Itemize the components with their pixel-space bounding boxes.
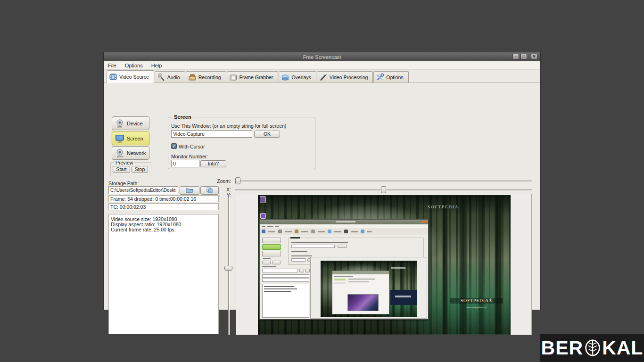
tab-audio[interactable]: Audio xyxy=(155,71,185,82)
zoom-slider-track[interactable] xyxy=(235,181,532,181)
use-this-window-label: Use This Window: (or an empty string for… xyxy=(171,123,286,129)
device-button-label: Device xyxy=(127,121,143,126)
network-camera-icon xyxy=(115,148,125,158)
folder-icon xyxy=(185,187,194,193)
nested-menu-bar xyxy=(260,224,428,228)
tools-icon xyxy=(376,73,384,82)
frame-status: Frame: 54 dropped: 0 time:00:00:02 16 xyxy=(108,195,219,202)
preview-panel: SOFTPEDIA xyxy=(236,194,532,335)
tab-options[interactable]: Options xyxy=(373,71,408,82)
minimize-button[interactable]: – xyxy=(512,54,519,59)
nested-title-bar xyxy=(260,220,428,224)
screen-button-label: Screen xyxy=(127,136,143,141)
menu-options[interactable]: Options xyxy=(121,61,147,69)
video-preview: SOFTPEDIA xyxy=(258,195,511,335)
second-nested-window xyxy=(332,271,389,314)
close-button[interactable]: ✕ xyxy=(531,54,537,59)
film-strip-icon xyxy=(109,73,117,81)
frame-icon xyxy=(229,73,238,82)
nested-window-controls xyxy=(421,221,427,223)
maximize-icon: □ xyxy=(523,54,525,58)
wallpaper-branding: SOFTPEDIA® www.softpedia.com xyxy=(450,298,503,309)
source-info-listbox: Video source size: 1920x1080 Display asp… xyxy=(108,214,219,334)
tree-trunk xyxy=(443,195,447,335)
window-title: Free Screencast xyxy=(303,54,341,60)
watermark-text-right: KAL xyxy=(602,337,643,359)
tab-content-video-source: Device Screen Network Preview Start Stop xyxy=(104,83,540,311)
tab-video-processing[interactable]: Video Processing xyxy=(317,71,373,82)
tab-label: Frame Grabber xyxy=(239,74,273,80)
wallpaper-softpedia-text: SOFTPEDIA xyxy=(428,205,459,209)
y-slider-thumb[interactable] xyxy=(224,266,232,271)
tab-video-source[interactable]: Video Source xyxy=(107,70,154,83)
window-title-input[interactable] xyxy=(171,130,252,138)
nested-video-preview xyxy=(321,261,417,317)
berokal-watermark: BER KAL xyxy=(540,334,644,362)
with-cursor-label: With Cursor xyxy=(179,144,205,149)
maximize-button[interactable]: □ xyxy=(520,54,527,59)
tab-label: Audio xyxy=(167,74,180,80)
window-controls: – □ ✕ xyxy=(511,54,537,59)
network-button[interactable]: Network xyxy=(112,146,149,160)
tab-label: Video Source xyxy=(119,74,149,80)
tab-frame-grabber[interactable]: Frame Grabber xyxy=(227,71,279,82)
storage-path-label: Storage Path: xyxy=(108,181,139,186)
monitor-number-label: Monitor Number: xyxy=(171,154,208,159)
recorder-icon xyxy=(188,73,197,82)
stop-button[interactable]: Stop xyxy=(132,166,148,173)
device-button[interactable]: Device xyxy=(112,116,149,130)
webcam-icon xyxy=(115,119,125,128)
watermark-text-left: BER xyxy=(541,337,584,359)
nested-preview-panel xyxy=(310,257,427,319)
browse-folder-button[interactable] xyxy=(180,186,199,195)
x-slider-thumb[interactable] xyxy=(381,186,386,193)
desktop-icon xyxy=(260,213,266,219)
screen-groupbox: Screen Use This Window: (or an empty str… xyxy=(168,117,315,169)
check-icon: ✓ xyxy=(172,144,176,149)
page-background: { "window": { "title": "Free Screencast"… xyxy=(0,0,644,362)
with-cursor-checkbox[interactable]: ✓ xyxy=(171,143,177,149)
leaf-logo-icon xyxy=(584,338,601,357)
nested-window-title xyxy=(336,221,355,222)
wallpaper-softpedia-logo-text: SOFTPEDIA® xyxy=(450,298,503,304)
zoom-slider-label: Zoom: xyxy=(212,178,231,184)
screen-button[interactable]: Screen xyxy=(112,132,149,145)
desktop-icon xyxy=(260,196,266,203)
ok-button[interactable]: OK xyxy=(254,131,280,138)
network-button-label: Network xyxy=(127,150,146,156)
menu-bar: File Options Help xyxy=(104,61,540,70)
title-bar: Free Screencast – □ ✕ xyxy=(104,52,540,61)
minimize-icon: – xyxy=(515,54,517,58)
start-button[interactable]: Start xyxy=(113,166,130,173)
screen-groupbox-title: Screen xyxy=(172,114,193,120)
menu-help[interactable]: Help xyxy=(147,61,166,69)
menu-file[interactable]: File xyxy=(104,61,121,69)
nested-app-window xyxy=(259,219,429,320)
app-window: Free Screencast – □ ✕ File Options Help … xyxy=(103,52,541,310)
tab-label: Overlays xyxy=(291,74,311,80)
close-icon: ✕ xyxy=(533,54,536,58)
nested-wallpaper-dark-block xyxy=(390,290,417,305)
info-button[interactable]: Info? xyxy=(200,160,226,167)
tab-recording[interactable]: Recording xyxy=(186,71,226,82)
tree-trunk xyxy=(495,195,502,335)
tab-strip: Video Source Audio Recording Frame Gra xyxy=(104,70,540,83)
storage-path-input[interactable] xyxy=(108,186,178,194)
tab-label: Video Processing xyxy=(330,74,368,80)
nested-tab-strip xyxy=(260,228,428,235)
tab-label: Options xyxy=(386,74,403,80)
zoom-slider-thumb[interactable] xyxy=(235,177,240,184)
info-line: Current frame rate: 25.00 fps. xyxy=(111,227,216,232)
wallpaper-url-text: www.softpedia.com xyxy=(450,306,503,309)
monitor-number-input[interactable] xyxy=(171,160,199,167)
microphone-icon xyxy=(157,73,165,82)
tab-overlays[interactable]: Overlays xyxy=(279,71,316,82)
preview-group-label: Preview xyxy=(114,160,134,165)
layers-icon xyxy=(281,73,289,82)
tree-trunk xyxy=(479,195,483,335)
tree-trunk xyxy=(460,195,467,335)
monitor-icon xyxy=(115,134,125,143)
tab-label: Recording xyxy=(198,74,221,80)
magic-wand-icon xyxy=(319,73,328,82)
x-slider-label: X: xyxy=(212,187,231,192)
